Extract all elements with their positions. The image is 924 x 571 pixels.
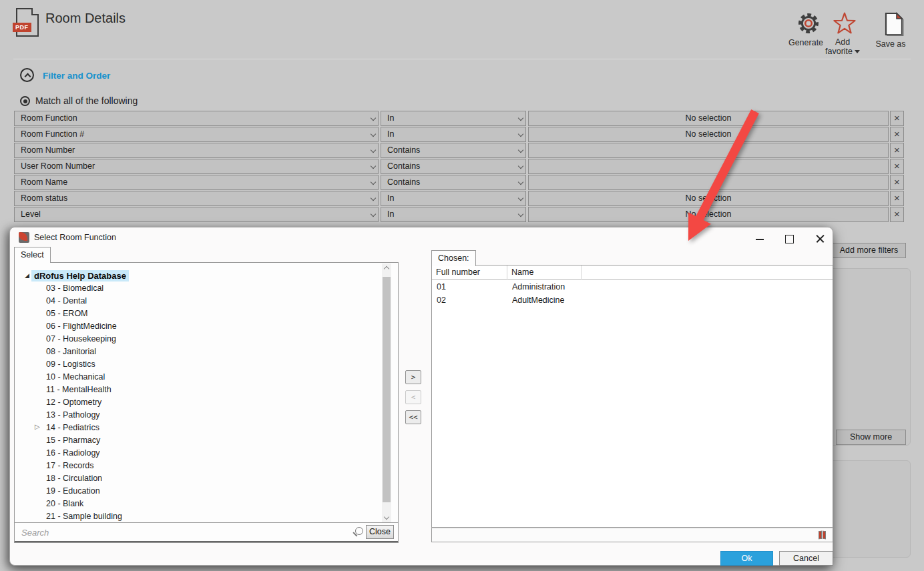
book-icon[interactable] — [817, 530, 828, 540]
filter-field-select[interactable]: Room Function — [14, 111, 379, 126]
maximize-button[interactable] — [778, 229, 800, 247]
filter-operator-select[interactable]: In — [381, 191, 526, 206]
cell-full-number: 01 — [437, 280, 446, 294]
tree-item[interactable]: 20 - Blank — [15, 498, 381, 511]
filter-field-select[interactable]: Room Name — [14, 175, 379, 190]
filter-operator-select[interactable]: Contains — [381, 159, 526, 174]
filter-value-input[interactable] — [528, 143, 889, 158]
room-function-tree-panel: ◢ dRofus Help Database 03 - Biomedical 0… — [14, 262, 399, 543]
chevron-up-icon — [24, 73, 31, 80]
scrollbar-thumb[interactable] — [383, 277, 391, 502]
filter-value-picker[interactable]: No selection — [528, 111, 889, 126]
move-right-button[interactable]: > — [405, 370, 421, 384]
cell-full-number: 02 — [437, 294, 446, 307]
match-all-radio[interactable] — [20, 96, 30, 106]
filter-value-picker[interactable]: No selection — [528, 207, 889, 222]
collapse-section-button[interactable] — [20, 68, 34, 82]
tree-item-label: 14 - Pediatrics — [46, 423, 99, 432]
cancel-button[interactable]: Cancel — [779, 551, 833, 566]
filter-field-select[interactable]: Room Function # — [14, 127, 379, 142]
filter-field-select[interactable]: Level — [14, 207, 379, 222]
filter-operator-select[interactable]: In — [381, 207, 526, 222]
remove-filter-button[interactable]: × — [890, 143, 904, 158]
tree-item-label: 10 - Mechanical — [46, 372, 105, 382]
book-page-right — [823, 531, 826, 540]
filter-field-select[interactable]: Room status — [14, 191, 379, 206]
tree-item[interactable]: 21 - Sample building — [15, 511, 381, 522]
move-left-button[interactable]: < — [405, 390, 421, 404]
filter-value-input[interactable] — [528, 159, 889, 174]
tree-item-label: 13 - Pathology — [46, 410, 100, 420]
tab-chosen[interactable]: Chosen: — [431, 250, 476, 266]
move-all-left-button[interactable]: << — [405, 410, 421, 424]
order-panel — [828, 268, 911, 446]
remove-filter-button[interactable]: × — [890, 207, 904, 222]
filter-operator-select[interactable]: In — [381, 111, 526, 126]
tree-item-label: 17 - Records — [46, 461, 94, 470]
tree-item-label: 21 - Sample building — [46, 512, 122, 521]
remove-filter-button[interactable]: × — [890, 111, 904, 126]
tree-item[interactable]: 12 - Optometry — [15, 397, 381, 410]
filter-operator-select[interactable]: In — [381, 127, 526, 142]
pdf-badge: PDF — [13, 23, 31, 32]
tree-item-root[interactable]: ◢ dRofus Help Database — [15, 270, 398, 283]
remove-filter-button[interactable]: × — [890, 175, 904, 190]
filter-section-title: Filter and Order — [43, 71, 110, 81]
tree-item-label: 07 - Housekeeping — [46, 334, 116, 344]
tree-item-label: 03 - Biomedical — [46, 283, 103, 293]
table-row[interactable]: 02 AdultMedicine — [432, 294, 833, 307]
filter-value-input[interactable] — [528, 175, 889, 190]
tree-item[interactable]: 16 - Radiology — [15, 448, 381, 460]
tree-item[interactable]: 07 - Housekeeping — [15, 334, 381, 346]
save-as-button[interactable]: Save as — [871, 12, 910, 49]
filter-field-select[interactable]: Room Number — [14, 143, 379, 158]
minimize-button[interactable] — [748, 229, 771, 247]
add-favorite-label: Add favorite — [825, 37, 860, 56]
search-icon — [355, 527, 363, 535]
tree-collapsed-icon[interactable]: ▷ — [35, 423, 40, 430]
tree-item[interactable]: 09 - Logistics — [15, 359, 381, 372]
secondary-panel — [828, 460, 911, 558]
tree-item[interactable]: 19 - Education — [15, 486, 381, 498]
tab-select[interactable]: Select — [14, 247, 51, 263]
filter-value-picker[interactable]: No selection — [528, 127, 889, 142]
search-input[interactable]: Search — [21, 528, 49, 538]
add-favorite-button[interactable]: Add favorite — [825, 12, 860, 56]
tree-item[interactable]: 05 - EROM — [15, 308, 381, 321]
tree-item[interactable]: 15 - Pharmacy — [15, 435, 381, 448]
tree-expanded-icon[interactable]: ◢ — [25, 272, 29, 279]
tree-item[interactable]: 11 - MentalHealth — [15, 384, 381, 397]
tree-item[interactable]: 08 - Janitorial — [15, 346, 381, 359]
tree-scrollbar[interactable] — [382, 263, 391, 522]
scroll-up-icon[interactable] — [382, 263, 391, 273]
table-row[interactable]: 01 Administration — [432, 280, 833, 294]
tree-item-label: 11 - MentalHealth — [46, 385, 111, 394]
tree-item[interactable]: 18 - Circulation — [15, 473, 381, 486]
filter-operator-select[interactable]: Contains — [381, 143, 526, 158]
remove-filter-button[interactable]: × — [890, 159, 904, 174]
show-more-button[interactable]: Show more — [836, 430, 906, 445]
tree-item[interactable]: 17 - Records — [15, 460, 381, 473]
remove-filter-button[interactable]: × — [890, 191, 904, 206]
filter-operator-select[interactable]: Contains — [381, 175, 526, 190]
scroll-down-icon[interactable] — [382, 513, 391, 522]
generate-button[interactable]: Generate — [786, 12, 825, 47]
column-header-full-number[interactable]: Full number — [432, 265, 507, 279]
tree-item-expandable[interactable]: ▷ 14 - Pediatrics — [15, 422, 381, 435]
ok-button[interactable]: Ok — [720, 551, 773, 566]
tree-item[interactable]: 04 - Dental — [15, 296, 381, 308]
column-header-name[interactable]: Name — [507, 265, 582, 279]
close-search-button[interactable]: Close — [366, 525, 394, 539]
match-all-label: Match all of the following — [35, 95, 138, 106]
filter-value-picker[interactable]: No selection — [528, 191, 889, 206]
tree-item[interactable]: 03 - Biomedical — [15, 283, 381, 296]
page-title: Room Details — [45, 11, 126, 26]
filter-field-select[interactable]: User Room Number — [14, 159, 379, 174]
tree-item-label: 04 - Dental — [46, 296, 87, 306]
close-window-button[interactable] — [808, 229, 831, 247]
tree-item[interactable]: 10 - Mechanical — [15, 372, 381, 384]
remove-filter-button[interactable]: × — [890, 127, 904, 142]
tree-item[interactable]: 06 - FlightMedicine — [15, 321, 381, 334]
add-more-filters-button[interactable]: Add more filters — [832, 243, 906, 258]
tree-item[interactable]: 13 - Pathology — [15, 410, 381, 422]
